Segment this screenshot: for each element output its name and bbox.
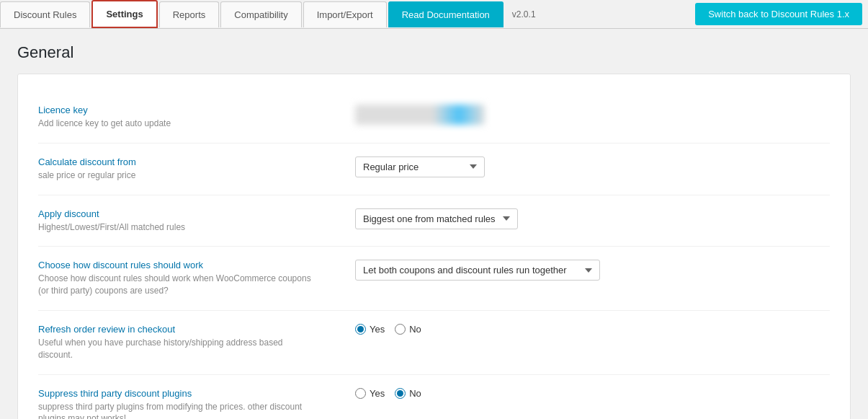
top-navigation: Discount Rules Settings Reports Compatib…: [0, 0, 868, 29]
setting-desc-suppress: suppress third party plugins from modify…: [38, 401, 312, 419]
setting-row-apply-discount: Apply discount Highest/Lowest/First/All …: [38, 195, 830, 247]
suppress-yes-label[interactable]: Yes: [355, 388, 385, 399]
refresh-yes-label[interactable]: Yes: [355, 324, 385, 335]
setting-control-calculate: Regular price Sale price: [355, 156, 830, 177]
tab-compatibility[interactable]: Compatibility: [220, 1, 301, 27]
setting-control-suppress: Yes No: [355, 388, 830, 399]
setting-desc-apply: Highest/Lowest/First/All matched rules: [38, 221, 312, 234]
version-label: v2.0.1: [505, 9, 543, 19]
refresh-radio-group: Yes No: [355, 324, 421, 335]
tab-settings[interactable]: Settings: [91, 0, 157, 28]
calculate-discount-select[interactable]: Regular price Sale price: [355, 156, 485, 177]
settings-card: Licence key Add licence key to get auto …: [17, 74, 851, 419]
tab-discount-rules[interactable]: Discount Rules: [0, 1, 90, 27]
setting-desc-calculate: sale price or regular price: [38, 169, 312, 182]
setting-row-suppress: Suppress third party discount plugins su…: [38, 375, 830, 419]
setting-desc-licence: Add licence key to get auto update: [38, 118, 312, 130]
switch-back-button[interactable]: Switch back to Discount Rules 1.x: [695, 3, 862, 25]
setting-label-col-refresh: Refresh order review in checkout Useful …: [38, 324, 355, 361]
suppress-radio-group: Yes No: [355, 388, 421, 399]
suppress-no-radio[interactable]: [395, 388, 406, 399]
setting-label-licence: Licence key: [38, 105, 355, 115]
tab-import-export[interactable]: Import/Export: [303, 1, 387, 27]
setting-label-col-apply: Apply discount Highest/Lowest/First/All …: [38, 208, 355, 234]
setting-control-refresh: Yes No: [355, 324, 830, 335]
suppress-yes-text: Yes: [370, 388, 385, 399]
setting-label-refresh: Refresh order review in checkout: [38, 324, 355, 335]
tab-read-docs[interactable]: Read Documentation: [388, 1, 504, 27]
refresh-yes-text: Yes: [370, 324, 385, 335]
setting-label-col-calculate: Calculate discount from sale price or re…: [38, 156, 355, 182]
setting-row-how-works: Choose how discount rules should work Ch…: [38, 247, 830, 311]
suppress-no-label[interactable]: No: [395, 388, 421, 399]
refresh-yes-radio[interactable]: [355, 324, 366, 335]
setting-control-licence: [355, 105, 830, 125]
setting-label-apply: Apply discount: [38, 208, 355, 219]
setting-label-col-how-works: Choose how discount rules should work Ch…: [38, 260, 355, 297]
setting-row-licence-key: Licence key Add licence key to get auto …: [38, 92, 830, 144]
tab-reports[interactable]: Reports: [159, 1, 220, 27]
how-works-select[interactable]: Let both coupons and discount rules run …: [355, 260, 600, 281]
page-title: General: [17, 43, 851, 62]
refresh-no-label[interactable]: No: [395, 324, 421, 335]
refresh-no-radio[interactable]: [395, 324, 406, 335]
licence-key-blurred[interactable]: [355, 105, 485, 125]
main-content: General Licence key Add licence key to g…: [0, 29, 868, 419]
setting-row-calculate-discount: Calculate discount from sale price or re…: [38, 144, 830, 195]
setting-label-suppress: Suppress third party discount plugins: [38, 388, 355, 399]
setting-control-apply: Biggest one from matched rules Lowest on…: [355, 208, 830, 229]
apply-discount-select[interactable]: Biggest one from matched rules Lowest on…: [355, 208, 518, 229]
setting-desc-how-works: Choose how discount rules should work wh…: [38, 273, 312, 297]
setting-label-calculate: Calculate discount from: [38, 156, 355, 167]
refresh-no-text: No: [409, 324, 421, 335]
suppress-no-text: No: [409, 388, 421, 399]
setting-desc-refresh: Useful when you have purchase history/sh…: [38, 337, 312, 361]
setting-control-how-works: Let both coupons and discount rules run …: [355, 260, 830, 281]
setting-label-col-suppress: Suppress third party discount plugins su…: [38, 388, 355, 419]
licence-key-area: [355, 105, 485, 125]
setting-label-how-works: Choose how discount rules should work: [38, 260, 355, 270]
setting-label-col-licence: Licence key Add licence key to get auto …: [38, 105, 355, 130]
setting-row-refresh-order: Refresh order review in checkout Useful …: [38, 311, 830, 375]
suppress-yes-radio[interactable]: [355, 388, 366, 399]
